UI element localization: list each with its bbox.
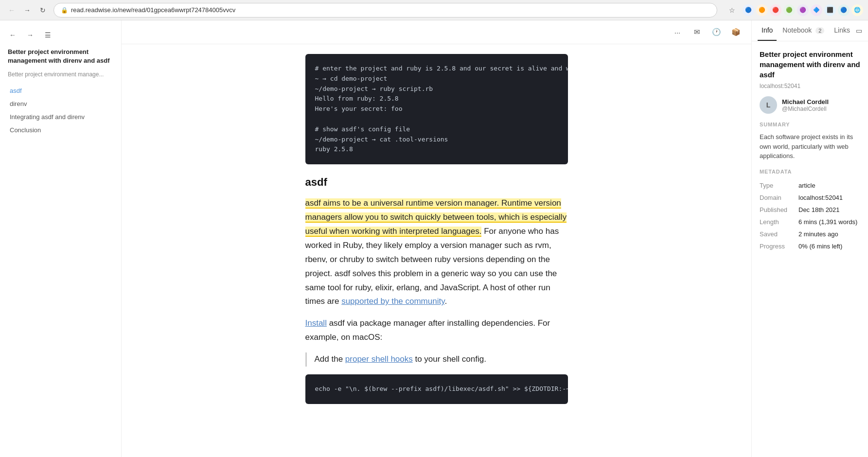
ext-icon-9[interactable]: 🌐	[851, 4, 863, 16]
sidebar-back-button[interactable]: ←	[6, 28, 19, 42]
ext-icon-1[interactable]: 🔵	[743, 4, 754, 16]
blockquote-end: to your shell config.	[413, 354, 486, 364]
summary-text: Each software project exists in its own …	[760, 132, 860, 161]
content-body: # enter the project and ruby is 2.5.8 an…	[286, 44, 587, 435]
metadata-row-published: Published Dec 18th 2021	[760, 204, 860, 216]
domain-value: localhost:52041	[798, 192, 860, 204]
sidebar: ← → ☰ Better project environment managem…	[0, 20, 122, 457]
url-text: read.readwise.io/new/read/01gpcea6wwrpt7…	[71, 6, 235, 14]
table-of-contents: asdf direnv Integrating asdf and direnv …	[0, 86, 121, 135]
saved-label: Saved	[760, 228, 798, 240]
paragraph-end: .	[444, 297, 447, 306]
metadata-table: Type article Domain localhost:52041 Publ…	[760, 179, 860, 252]
install-paragraph: Install asdf via package manager after i…	[305, 316, 568, 345]
info-content: Better project environment management wi…	[752, 41, 868, 264]
code-block-2: echo -e "\n. $(brew --prefix asdf)/libex…	[305, 374, 568, 404]
ext-icon-8[interactable]: 🔵	[838, 4, 850, 16]
community-link[interactable]: supported by the community	[341, 297, 444, 306]
sidebar-subtitle: Better project environment manage...	[0, 71, 121, 86]
toc-item-conclusion[interactable]: Conclusion	[8, 125, 113, 135]
progress-value: 0% (6 mins left)	[798, 240, 860, 252]
sidebar-controls: ← → ☰	[0, 28, 121, 48]
bookmark-button[interactable]: ☆	[725, 3, 739, 17]
toc-item-asdf[interactable]: asdf	[8, 86, 113, 96]
paragraph-continuation: For anyone who has worked in Ruby, they …	[305, 227, 559, 306]
info-article-title: Better project environment management wi…	[760, 49, 860, 80]
ext-icon-2[interactable]: 🟠	[756, 4, 768, 16]
type-label: Type	[760, 179, 798, 192]
info-panel: Info Notebook 2 Links ▭ Better project e…	[751, 20, 868, 457]
section-heading-asdf: asdf	[305, 176, 568, 189]
sidebar-forward-button[interactable]: →	[23, 28, 37, 42]
ext-icon-5[interactable]: 🟣	[797, 4, 809, 16]
info-tabs: Info Notebook 2 Links ▭	[752, 20, 868, 41]
blockquote: Add the proper shell hooks to your shell…	[305, 352, 568, 367]
code-block-1: # enter the project and ruby is 2.5.8 an…	[305, 54, 568, 164]
ext-icon-3[interactable]: 🔴	[770, 4, 781, 16]
browser-chrome: ← → ↻ 🔒 read.readwise.io/new/read/01gpce…	[0, 0, 868, 20]
lock-icon: 🔒	[61, 7, 68, 14]
length-label: Length	[760, 216, 798, 228]
type-value: article	[798, 179, 860, 192]
toc-item-integrating[interactable]: Integrating asdf and direnv	[8, 112, 113, 122]
author-handle: @MichaelCordell	[782, 105, 829, 112]
toolbar-archive-button[interactable]: 📦	[728, 24, 744, 40]
tab-links[interactable]: Links	[830, 20, 854, 41]
sidebar-toggle-button[interactable]: ☰	[41, 28, 54, 42]
length-value: 6 mins (1,391 words)	[798, 216, 860, 228]
metadata-row-saved: Saved 2 minutes ago	[760, 228, 860, 240]
refresh-button[interactable]: ↻	[36, 3, 50, 17]
published-label: Published	[760, 204, 798, 216]
extension-icons: 🔵 🟠 🔴 🟢 🟣 🔷 ⬛ 🔵 🌐	[743, 4, 863, 16]
back-button[interactable]: ←	[5, 3, 18, 17]
shell-hooks-link[interactable]: proper shell hooks	[345, 354, 413, 364]
metadata-row-type: Type article	[760, 179, 860, 192]
main-layout: ← → ☰ Better project environment managem…	[0, 20, 868, 457]
metadata-row-progress: Progress 0% (6 mins left)	[760, 240, 860, 252]
metadata-row-length: Length 6 mins (1,391 words)	[760, 216, 860, 228]
blockquote-start: Add the	[315, 354, 345, 364]
published-value: Dec 18th 2021	[798, 204, 860, 216]
tab-info[interactable]: Info	[758, 20, 777, 41]
author-row: L Michael Cordell @MichaelCordell	[760, 96, 860, 114]
metadata-row-domain: Domain localhost:52041	[760, 192, 860, 204]
toolbar-ellipsis-button[interactable]: ···	[670, 24, 685, 40]
sidebar-article-title: Better project environment management wi…	[0, 48, 121, 71]
code-text-2: echo -e "\n. $(brew --prefix asdf)/libex…	[315, 384, 558, 394]
toc-item-direnv[interactable]: direnv	[8, 99, 113, 109]
forward-button[interactable]: →	[20, 3, 34, 17]
main-paragraph: asdf aims to be a universal runtime vers…	[305, 196, 568, 309]
browser-actions: ☆	[725, 3, 739, 17]
address-bar[interactable]: 🔒 read.readwise.io/new/read/01gpcea6wwrp…	[53, 3, 717, 18]
toolbar-mail-button[interactable]: ✉	[689, 24, 705, 40]
author-avatar: L	[760, 96, 777, 114]
summary-label: SUMMARY	[760, 122, 860, 127]
domain-label: Domain	[760, 192, 798, 204]
nav-buttons: ← → ↻	[5, 3, 50, 17]
author-name: Michael Cordell	[782, 98, 829, 105]
notebook-badge: 2	[815, 27, 824, 34]
info-url: localhost:52041	[760, 83, 860, 89]
metadata-label: METADATA	[760, 169, 860, 175]
saved-value: 2 minutes ago	[798, 228, 860, 240]
code-text-1: # enter the project and ruby is 2.5.8 an…	[315, 64, 558, 155]
ext-icon-4[interactable]: 🟢	[783, 4, 795, 16]
progress-label: Progress	[760, 240, 798, 252]
content-toolbar: ··· ✉ 🕐 📦	[122, 20, 751, 44]
install-para-rest: asdf via package manager after installin…	[305, 318, 550, 342]
ext-icon-6[interactable]: 🔷	[811, 4, 822, 16]
ext-icon-7[interactable]: ⬛	[824, 4, 836, 16]
author-info: Michael Cordell @MichaelCordell	[782, 98, 829, 112]
info-sidebar-toggle[interactable]: ▭	[856, 24, 862, 37]
install-link[interactable]: Install	[305, 318, 327, 328]
toolbar-history-button[interactable]: 🕐	[709, 24, 724, 40]
tab-notebook[interactable]: Notebook 2	[779, 20, 828, 41]
content-area[interactable]: ··· ✉ 🕐 📦 # enter the project and ruby i…	[122, 20, 751, 457]
